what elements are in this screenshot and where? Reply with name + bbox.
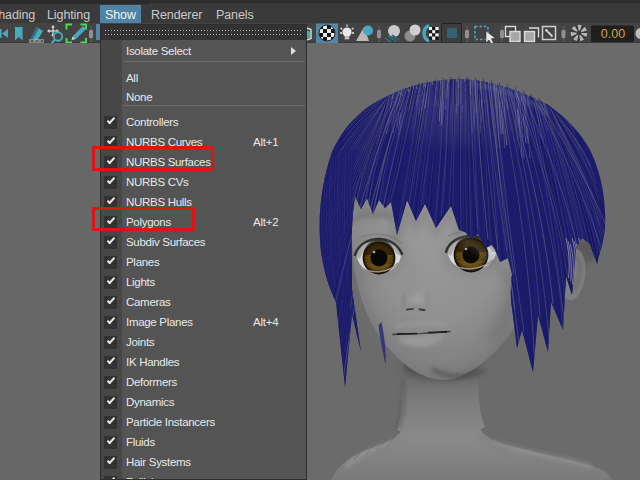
svg-text:0.00: 0.00 bbox=[601, 27, 625, 41]
